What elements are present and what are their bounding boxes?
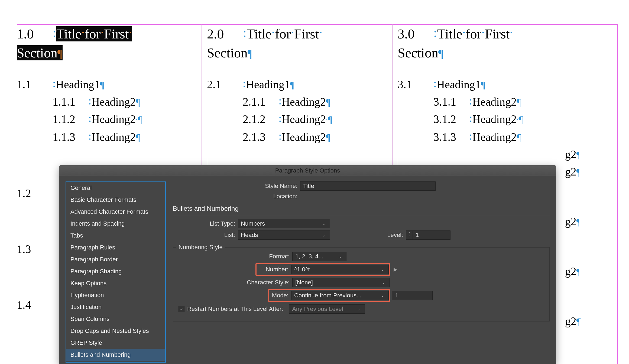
character-style-label: Character Style: <box>179 279 292 286</box>
partial-text: g2 <box>565 148 576 161</box>
partial-text: g2 <box>565 165 576 178</box>
mode-highlight: Mode: Continue from Previous... ⌄ <box>268 289 390 302</box>
title-number: 2.0 <box>207 24 243 43</box>
section-divider <box>173 215 550 215</box>
heading2-text: Heading2 <box>282 96 326 108</box>
number-value: ^1.0^t <box>294 266 310 273</box>
heading1-number: 1.2 <box>17 185 53 202</box>
heading2-number: 1.1.3 <box>53 129 88 145</box>
heading1-text: Heading1 <box>56 78 100 91</box>
restart-select[interactable]: Any Previous Level ⌄ <box>289 304 365 314</box>
list-type-select[interactable]: Numbers ⌄ <box>238 219 330 228</box>
heading2-number: 2.1.2 <box>243 111 278 128</box>
heading2-number: 2.1.1 <box>243 93 278 110</box>
partial-text: g2 <box>565 215 576 228</box>
number-highlight: Number: ^1.0^t ⌄ <box>255 263 390 276</box>
heading1-number: 1.4 <box>17 297 53 313</box>
level-spinner[interactable]: ˄˅ <box>406 230 413 240</box>
heading1-text: Heading1 <box>246 78 290 91</box>
restart-checkbox[interactable]: ✓ <box>179 306 184 312</box>
sidebar-item-paragraph-border[interactable]: Paragraph Border <box>66 253 165 265</box>
heading2-text: Heading2 <box>92 131 136 143</box>
format-value: 1, 2, 3, 4... <box>295 253 323 260</box>
sidebar-item-general[interactable]: General <box>66 182 165 194</box>
chevron-down-icon: ⌄ <box>337 254 343 259</box>
mode-label: Mode: <box>270 292 291 299</box>
heading2-text: Heading2 <box>92 113 136 125</box>
partial-text: g2 <box>565 265 576 278</box>
heading2-text: Heading2 <box>472 96 517 108</box>
selected-text: Title·for·First· <box>56 26 132 41</box>
selected-text: Section¶ <box>17 45 63 60</box>
section-title: Bullets and Numbering <box>173 205 550 212</box>
heading1-number: 3.1 <box>398 76 433 93</box>
arrow-right-icon[interactable]: ▶ <box>394 266 397 272</box>
restart-value: Any Previous Level <box>292 306 343 313</box>
heading2-text: Heading2 <box>92 96 136 108</box>
heading2-text: Heading2 <box>472 131 517 143</box>
number-label: Number: <box>257 266 291 273</box>
heading2-number: 3.1.1 <box>433 93 469 110</box>
chevron-down-icon: ⌄ <box>379 267 386 272</box>
list-value: Heads <box>241 232 258 239</box>
dialog-titlebar[interactable]: Paragraph Style Options <box>59 165 556 176</box>
number-input[interactable]: ^1.0^t ⌄ <box>291 265 389 274</box>
partial-text: g2 <box>565 315 576 327</box>
mode-select[interactable]: Continue from Previous... ⌄ <box>291 291 389 300</box>
heading2-number: 3.1.2 <box>433 111 469 128</box>
sidebar-item-paragraph-shading[interactable]: Paragraph Shading <box>66 265 165 277</box>
sidebar-item-drop-caps[interactable]: Drop Caps and Nested Styles <box>66 325 165 337</box>
heading2-text: Heading2 <box>282 131 326 143</box>
level-label: Level: <box>330 232 406 239</box>
list-type-value: Numbers <box>241 220 265 227</box>
options-sidebar: General Basic Character Formats Advanced… <box>66 181 166 363</box>
numbering-style-fieldset: Numbering Style Format: 1, 2, 3, 4... ⌄ … <box>173 247 550 321</box>
mode-value: Continue from Previous... <box>294 292 361 299</box>
list-label: List: <box>184 232 238 239</box>
chevron-down-icon: ⌄ <box>355 307 362 311</box>
list-select[interactable]: Heads ⌄ <box>238 230 330 240</box>
restart-label: Restart Numbers at This Level After: <box>187 306 286 313</box>
format-label: Format: <box>179 253 292 260</box>
chevron-down-icon: ⌄ <box>320 233 327 237</box>
dialog-main-panel: Style Name: Location: Bullets and Number… <box>173 181 550 364</box>
heading2-number: 3.1.3 <box>433 129 469 145</box>
sidebar-item-bullets-numbering[interactable]: Bullets and Numbering <box>66 349 165 361</box>
heading1-number: 1.1 <box>17 76 53 93</box>
sidebar-item-keep-options[interactable]: Keep Options <box>66 277 165 289</box>
heading2-number: 1.1.2 <box>53 111 88 128</box>
level-input[interactable] <box>413 230 450 240</box>
heading1-text: Heading1 <box>437 78 481 91</box>
sidebar-item-advanced-character-formats[interactable]: Advanced Character Formats <box>66 206 165 218</box>
location-label: Location: <box>251 193 300 200</box>
title-number: 3.0 <box>398 24 433 43</box>
heading2-text: Heading2 <box>282 113 326 125</box>
chevron-down-icon: ⌄ <box>380 280 387 285</box>
sidebar-item-justification[interactable]: Justification <box>66 301 165 313</box>
sidebar-item-grep-style[interactable]: GREP Style <box>66 337 165 349</box>
sidebar-item-basic-character-formats[interactable]: Basic Character Formats <box>66 194 165 206</box>
heading2-number: 1.1.1 <box>53 93 88 110</box>
heading1-number: 2.1 <box>207 76 243 93</box>
heading1-number: 1.3 <box>17 241 53 258</box>
style-name-label: Style Name: <box>251 183 300 190</box>
chevron-down-icon: ⌄ <box>320 222 327 226</box>
sidebar-item-tabs[interactable]: Tabs <box>66 230 165 242</box>
chevron-down-icon: ⌄ <box>379 293 386 298</box>
heading2-text: Heading2 <box>472 113 517 125</box>
sidebar-item-indents-spacing[interactable]: Indents and Spacing <box>66 218 165 230</box>
sidebar-item-hyphenation[interactable]: Hyphenation <box>66 289 165 301</box>
style-name-input[interactable] <box>300 181 436 191</box>
character-style-select[interactable]: [None] ⌄ <box>292 278 390 287</box>
character-style-value: [None] <box>295 279 313 286</box>
sidebar-item-paragraph-rules[interactable]: Paragraph Rules <box>66 242 165 253</box>
paragraph-style-options-dialog: Paragraph Style Options General Basic Ch… <box>59 165 556 364</box>
start-at-input <box>392 291 433 300</box>
heading2-number: 2.1.3 <box>243 129 278 145</box>
list-type-label: List Type: <box>184 220 238 227</box>
text-column-2[interactable]: 2.0:Title·for·First· Section¶ 2.1:Headin… <box>207 24 392 146</box>
sidebar-item-span-columns[interactable]: Span Columns <box>66 313 165 325</box>
title-number: 1.0 <box>17 24 53 43</box>
numbering-style-title: Numbering Style <box>176 244 225 251</box>
format-select[interactable]: 1, 2, 3, 4... ⌄ <box>292 252 346 261</box>
